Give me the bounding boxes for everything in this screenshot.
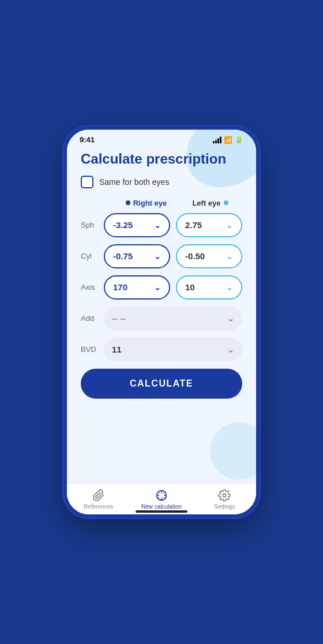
battery-icon: 🔋 [235,136,243,144]
axis-right-chevron: ⌄ [154,283,161,292]
left-eye-dot [224,200,228,205]
nav-item-settings[interactable]: Settings [193,489,256,510]
bvd-label: BVD [81,345,104,354]
sph-right-value: -3.25 [113,220,133,230]
cyl-right-value: -0.75 [113,251,133,261]
add-dropdown-wrapper: -- -- ⌄ [104,306,242,331]
add-label: Add [81,314,104,323]
same-for-both-eyes-row[interactable]: Same for both eyes [81,176,242,188]
axis-dropdowns: 170 ⌄ 10 ⌄ [104,275,242,300]
phone-frame: 9:41 📶 🔋 Calculate prescription Same for… [63,126,260,518]
same-for-both-eyes-label: Same for both eyes [99,177,169,187]
axis-left-value: 10 [185,282,195,292]
right-eye-dot [126,200,130,205]
cyl-label: Cyl [81,252,104,260]
sph-left-dropdown[interactable]: 2.75 ⌄ [176,213,242,237]
sph-right-dropdown[interactable]: -3.25 ⌄ [104,213,170,237]
sph-right-chevron: ⌄ [154,221,161,230]
axis-right-value: 170 [113,282,127,292]
phone-screen: 9:41 📶 🔋 Calculate prescription Same for… [67,130,256,514]
axis-label: Axis [81,283,104,291]
axis-right-dropdown[interactable]: 170 ⌄ [104,275,170,300]
paperclip-icon [92,489,105,502]
nav-label-settings: Settings [214,503,235,510]
add-row: Add -- -- ⌄ [81,306,242,331]
calculate-button[interactable]: CALCULATE [81,369,242,399]
same-for-both-eyes-checkbox[interactable] [81,176,93,188]
cyl-left-chevron: ⌄ [226,252,233,261]
cyl-right-dropdown[interactable]: -0.75 ⌄ [104,244,170,268]
gear-icon [218,489,231,502]
axis-row: Axis 170 ⌄ 10 ⌄ [81,275,242,300]
nav-item-references[interactable]: References [67,489,130,510]
add-value: -- -- [112,313,126,323]
status-icons: 📶 🔋 [213,136,243,144]
cyl-dropdowns: -0.75 ⌄ -0.50 ⌄ [104,244,242,268]
refresh-icon [155,489,168,502]
bvd-chevron: ⌄ [227,345,234,354]
content-area: Calculate prescription Same for both eye… [67,146,256,483]
sph-left-value: 2.75 [185,220,202,230]
bvd-row: BVD 11 ⌄ [81,338,242,362]
axis-left-chevron: ⌄ [226,283,233,292]
status-bar: 9:41 📶 🔋 [67,130,256,146]
wifi-icon: 📶 [224,136,232,144]
svg-point-1 [223,494,227,497]
bvd-value: 11 [112,344,122,354]
status-time: 9:41 [80,135,95,144]
page-title: Calculate prescription [81,151,242,168]
home-indicator [136,510,187,513]
sph-dropdowns: -3.25 ⌄ 2.75 ⌄ [104,213,242,237]
add-chevron: ⌄ [227,314,234,323]
nav-item-new-calculation[interactable]: New calculation [130,489,193,510]
cyl-left-dropdown[interactable]: -0.50 ⌄ [176,244,242,268]
sph-row: Sph -3.25 ⌄ 2.75 ⌄ [81,213,242,237]
cyl-left-value: -0.50 [185,251,205,261]
nav-label-new-calculation: New calculation [141,503,182,510]
signal-icon [213,137,221,143]
sph-left-chevron: ⌄ [226,221,233,230]
axis-left-dropdown[interactable]: 10 ⌄ [176,275,242,300]
left-eye-label: Left eye [178,199,242,207]
add-dropdown[interactable]: -- -- ⌄ [104,306,242,331]
bottom-nav: References New calculation Settings [67,483,256,514]
eyes-header: Right eye Left eye [81,199,242,207]
bvd-dropdown[interactable]: 11 ⌄ [104,338,242,362]
cyl-row: Cyl -0.75 ⌄ -0.50 ⌄ [81,244,242,268]
nav-label-references: References [84,503,113,510]
right-eye-label: Right eye [114,199,178,207]
sph-label: Sph [81,221,104,229]
bvd-dropdown-wrapper: 11 ⌄ [104,338,242,362]
cyl-right-chevron: ⌄ [154,252,161,261]
